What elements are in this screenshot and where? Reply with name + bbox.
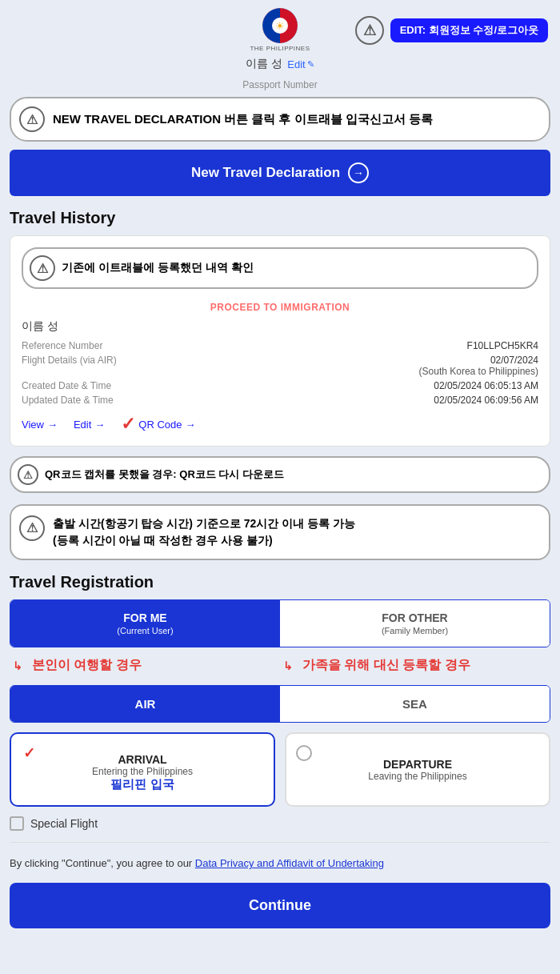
new-declaration-alert: ⚠ NEW TRAVEL DECLARATION 버튼 클릭 후 이트래블 입국… [10, 97, 550, 142]
svg-text:☀: ☀ [275, 20, 285, 32]
user-row: 이름 성 Edit ✎ [0, 52, 560, 74]
travel-registration-title: Travel Registration [10, 573, 550, 591]
flag-icon: ☀ [262, 8, 298, 43]
reference-value: F10LLPCH5KR4 [467, 340, 538, 351]
reference-row: Reference Number F10LLPCH5KR4 [22, 340, 538, 351]
arrival-radio: ✓ [21, 745, 37, 761]
alert-history-icon: ⚠ [30, 255, 55, 281]
tab-for-other[interactable]: FOR OTHER (Family Member) [280, 600, 550, 647]
privacy-text: By clicking "Continue", you agree to our… [10, 856, 550, 872]
tab-for-other-sub: (Family Member) [288, 626, 542, 635]
user-name: 이름 성 [246, 57, 282, 71]
record-actions: View → Edit → ✓ QR Code → [22, 414, 538, 435]
header: ☀ THE PHILIPPINES ⚠ EDIT: 회원정보 수정/로그아웃 [0, 0, 560, 52]
edit-record-link[interactable]: Edit → [74, 419, 105, 431]
passport-label: Passport Number [0, 79, 560, 90]
arrival-korean: 필리핀 입국 [21, 777, 264, 792]
departure-title: DEPARTURE [296, 753, 539, 771]
special-flight-checkbox[interactable] [10, 816, 24, 831]
qr-alert: ⚠ QR코드 캡처를 못했을 경우: QR코드 다시 다운로드 [10, 456, 550, 493]
record-name: 이름 성 [22, 319, 538, 334]
direction-options: ✓ ARRIVAL Entering the Philippines 필리핀 입… [10, 732, 550, 807]
updated-value: 02/05/2024 06:09:56 AM [434, 395, 538, 406]
updated-row: Updated Date & Time 02/05/2024 06:09:56 … [22, 395, 538, 406]
created-row: Created Date & Time 02/05/2024 06:05:13 … [22, 380, 538, 391]
new-declaration-text: NEW TRAVEL DECLARATION 버튼 클릭 후 이트래블 입국신고… [53, 112, 433, 127]
alert-warning-icon: ⚠ [19, 106, 45, 132]
time-alert-text: 출발 시간(항공기 탑승 시간) 기준으로 72시간 이내 등록 가능 (등록 … [53, 515, 355, 549]
tab-for-me-label: FOR ME [18, 611, 272, 624]
travel-history-alert-text: 기존에 이트래블에 등록했던 내역 확인 [62, 261, 254, 275]
created-value: 02/05/2024 06:05:13 AM [434, 380, 538, 391]
logo-text: THE PHILIPPINES [250, 45, 310, 52]
flight-label: Flight Details (via AIR) [22, 355, 117, 377]
privacy-text-before: By clicking "Continue", you agree to our [10, 857, 195, 869]
header-right: ⚠ EDIT: 회원정보 수정/로그아웃 [355, 16, 548, 45]
departure-card[interactable]: DEPARTURE Leaving the Philippines [285, 732, 550, 807]
tab-for-me[interactable]: FOR ME (Current User) [10, 600, 280, 647]
time-alert: ⚠ 출발 시간(항공기 탑승 시간) 기준으로 72시간 이내 등록 가능 (등… [10, 504, 550, 560]
transport-tabs: AIR SEA [10, 685, 550, 723]
qr-alert-icon: ⚠ [18, 464, 38, 485]
privacy-link[interactable]: Data Privacy and Affidavit of Undertakin… [195, 857, 384, 869]
flight-row: Flight Details (via AIR) 02/07/2024(Sout… [22, 355, 538, 377]
special-flight-label: Special Flight [30, 817, 98, 830]
new-declaration-button-label: New Travel Declaration [191, 165, 340, 181]
alert-icon: ⚠ [355, 16, 384, 45]
travel-history-title: Travel History [10, 209, 550, 227]
created-label: Created Date & Time [22, 380, 111, 391]
continue-button[interactable]: Continue [10, 883, 550, 928]
edit-badge[interactable]: EDIT: 회원정보 수정/로그아웃 [390, 18, 548, 42]
tab-air[interactable]: AIR [10, 686, 280, 722]
logo: ☀ THE PHILIPPINES [250, 8, 310, 52]
tab-sea[interactable]: SEA [280, 686, 550, 722]
edit-link[interactable]: Edit ✎ [287, 58, 314, 70]
departure-radio [296, 745, 312, 761]
arrow-me-icon: ↳ [13, 659, 22, 672]
view-link[interactable]: View → [22, 419, 58, 431]
divider [10, 842, 550, 843]
reference-label: Reference Number [22, 340, 102, 351]
travel-history-card: ⚠ 기존에 이트래블에 등록했던 내역 확인 PROCEED TO IMMIGR… [10, 235, 550, 447]
arrow-circle-icon: → [348, 162, 369, 183]
travel-history-alert: ⚠ 기존에 이트래블에 등록했던 내역 확인 [22, 247, 538, 289]
desc-me: 본인이 여행할 경우 [26, 657, 280, 674]
user-type-tabs: FOR ME (Current User) FOR OTHER (Family … [10, 599, 550, 647]
arrow-other-icon: ↳ [283, 659, 293, 672]
arrival-title: ARRIVAL [21, 753, 264, 766]
arrival-subtitle: Entering the Philippines [21, 766, 264, 777]
user-type-desc-row: ↳ 본인이 여행할 경우 ↳ 가족을 위해 대신 등록할 경우 [10, 657, 550, 674]
desc-other: 가족을 위해 대신 등록할 경우 [296, 657, 550, 674]
flight-value: 02/07/2024(South Korea to Philippines) [419, 355, 538, 377]
departure-subtitle: Leaving the Philippines [296, 771, 539, 782]
updated-label: Updated Date & Time [22, 395, 114, 406]
proceed-immigration-text: PROCEED TO IMMIGRATION [22, 302, 538, 313]
arrival-card[interactable]: ✓ ARRIVAL Entering the Philippines 필리핀 입… [10, 732, 275, 807]
qr-code-action: ✓ QR Code → [121, 414, 195, 435]
qr-code-link[interactable]: QR Code → [138, 419, 195, 431]
new-travel-declaration-button[interactable]: New Travel Declaration → [10, 150, 550, 196]
special-flight-row: Special Flight [10, 816, 550, 831]
qr-alert-text: QR코드 캡처를 못했을 경우: QR코드 다시 다운로드 [45, 467, 284, 482]
tab-for-other-label: FOR OTHER [288, 611, 542, 624]
tab-for-me-sub: (Current User) [18, 626, 272, 635]
arrival-inner: ARRIVAL Entering the Philippines 필리핀 입국 [21, 747, 264, 792]
time-alert-icon: ⚠ [19, 515, 45, 541]
checkmark-icon: ✓ [121, 414, 135, 435]
departure-inner: DEPARTURE Leaving the Philippines [296, 747, 539, 782]
